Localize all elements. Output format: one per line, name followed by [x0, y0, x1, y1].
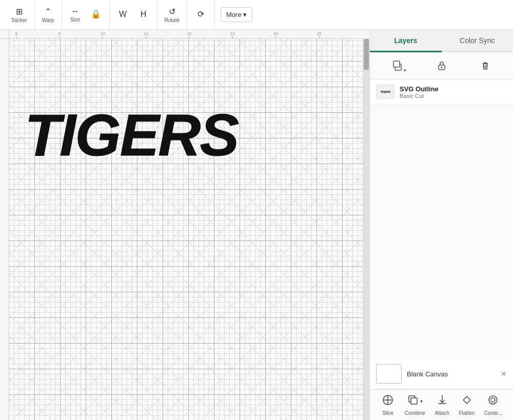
size-group: ↔ Size 🔒	[62, 0, 110, 29]
main-area: 8 9 10 11 12	[0, 30, 513, 420]
width-input[interactable]: W	[114, 8, 132, 22]
ruler-tick-11: 11	[144, 31, 148, 38]
ruler-left	[0, 39, 9, 420]
warp-label: Warp	[42, 17, 54, 23]
lock-layer-button[interactable]	[432, 57, 451, 74]
height-input[interactable]: H	[134, 8, 153, 22]
attach-icon	[436, 394, 448, 409]
layer-thumbnail: TIGERS	[376, 85, 394, 99]
panel-toolbar	[370, 52, 513, 79]
attach-button[interactable]: Attach	[431, 392, 453, 418]
layer-type: Basic Cut	[400, 93, 507, 99]
duplicate-icon	[392, 60, 404, 71]
blank-canvas-thumbnail	[376, 364, 402, 384]
contour-label: Conte...	[484, 410, 502, 416]
bottom-toolbar: Slice ▾ Combine	[370, 389, 513, 420]
contour-icon	[487, 394, 499, 409]
rotate-val-icon: ⟳	[198, 9, 204, 19]
ruler-tick-10: 10	[101, 31, 105, 38]
sticker-icon: ⊞	[16, 7, 23, 16]
contour-button[interactable]: Conte...	[480, 392, 506, 418]
ruler-tick-12: 12	[187, 31, 192, 38]
more-button[interactable]: More ▾	[221, 7, 252, 22]
tigers-logo[interactable]: TIGERS	[25, 106, 238, 165]
slice-icon	[382, 394, 394, 409]
warp-button[interactable]: ⌃ Warp	[39, 5, 57, 25]
tab-layers-label: Layers	[394, 36, 417, 45]
right-panel: Layers Color Sync	[369, 30, 513, 420]
panel-spacer	[370, 105, 513, 359]
top-toolbar: ⊞ Sticker ⌃ Warp ↔ Size 🔒 W H ↺ Rotate	[0, 0, 513, 30]
ruler-tick-9: 9	[58, 31, 61, 38]
attach-label: Attach	[435, 410, 449, 416]
more-group: More ▾	[214, 0, 256, 29]
tab-color-sync[interactable]: Color Sync	[442, 30, 514, 52]
rotate-icon: ↺	[169, 7, 175, 16]
blank-canvas-close-button[interactable]: ✕	[501, 370, 507, 378]
combine-button[interactable]: ▾ Combine	[401, 392, 429, 418]
ruler-tick-15: 15	[317, 31, 321, 38]
blank-canvas-label: Blank Canvas	[407, 370, 448, 378]
svg-rect-6	[411, 398, 417, 404]
height-icon: H	[141, 10, 147, 19]
tab-layers[interactable]: Layers	[370, 30, 442, 52]
canvas-content[interactable]: TIGERS	[9, 39, 369, 420]
ruler-tick-13: 13	[230, 31, 235, 38]
canvas-area[interactable]: 8 9 10 11 12	[0, 30, 369, 420]
width-icon: W	[119, 10, 127, 19]
rotate-label: Rotate	[165, 17, 180, 23]
delete-layer-icon	[480, 60, 491, 71]
scrollbar-thumb[interactable]	[364, 39, 369, 70]
more-arrow: ▾	[243, 11, 247, 18]
vertical-scrollbar[interactable]	[363, 39, 369, 420]
more-label: More	[226, 11, 242, 18]
blank-canvas-item[interactable]: Blank Canvas ✕	[370, 359, 513, 389]
ruler-tick-14: 14	[273, 31, 278, 38]
layer-item-svg-outline[interactable]: TIGERS SVG Outline Basic Cut	[370, 79, 513, 105]
lock-icon: 🔒	[91, 9, 101, 19]
slice-label: Slice	[382, 410, 393, 416]
warp-icon: ⌃	[45, 7, 51, 16]
rotate-group: ↺ Rotate	[157, 0, 187, 29]
ruler-top: 8 9 10 11 12	[9, 30, 369, 39]
panel-content: TIGERS SVG Outline Basic Cut Blank Canva…	[370, 79, 513, 389]
layer-name: SVG Outline	[400, 85, 507, 93]
ruler-corner	[0, 30, 9, 39]
delete-layer-button[interactable]	[476, 57, 495, 74]
warp-group: ⌃ Warp	[35, 0, 62, 29]
rotate-button[interactable]: ↺ Rotate	[162, 5, 183, 25]
layer-thumb-text: TIGERS	[380, 90, 390, 93]
size-icon: ↔	[71, 7, 80, 16]
rotate-input-group: ⟳	[187, 0, 214, 29]
flatten-button[interactable]: Flatten	[455, 392, 479, 418]
flatten-label: Flatten	[459, 410, 475, 416]
ruler-tick-8: 8	[15, 31, 17, 38]
lock-button[interactable]: 🔒	[87, 7, 105, 22]
rotate-input[interactable]: ⟳	[191, 7, 210, 22]
sticker-label: Sticker	[11, 17, 27, 23]
size-label: Size	[70, 17, 80, 23]
duplicate-button[interactable]	[389, 57, 407, 74]
layer-info: SVG Outline Basic Cut	[400, 85, 507, 99]
sticker-group: ⊞ Sticker	[4, 0, 35, 29]
combine-label: Combine	[405, 410, 425, 416]
tab-color-sync-label: Color Sync	[460, 36, 495, 45]
slice-button[interactable]: Slice	[377, 392, 399, 418]
svg-point-3	[441, 67, 442, 68]
flatten-icon	[461, 394, 473, 409]
svg-rect-1	[393, 61, 400, 67]
combine-icon	[407, 394, 419, 409]
size-inputs-group: W H	[110, 0, 157, 29]
size-button[interactable]: ↔ Size	[66, 5, 85, 25]
sticker-button[interactable]: ⊞ Sticker	[8, 5, 30, 25]
lock-layer-icon	[436, 60, 447, 71]
panel-tabs: Layers Color Sync	[370, 30, 513, 52]
